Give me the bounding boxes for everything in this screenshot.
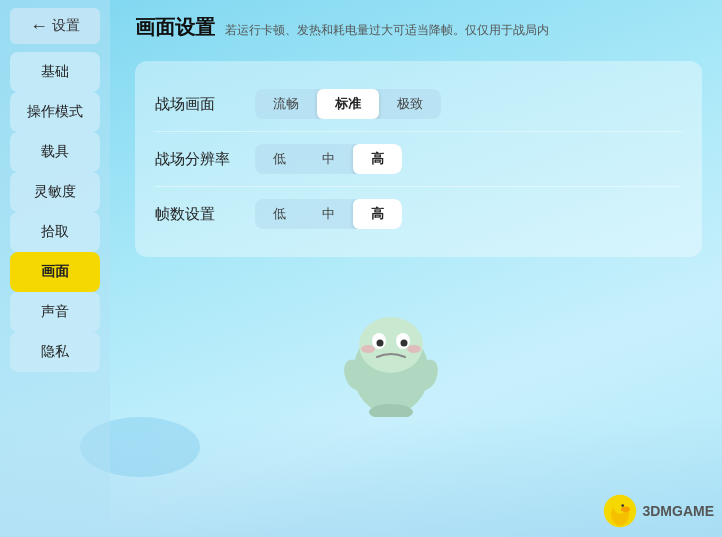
settings-title: 设置 [52, 17, 80, 35]
svg-point-14 [621, 507, 630, 512]
svg-point-15 [622, 504, 625, 507]
option-btn-frame_setting-0[interactable]: 低 [255, 199, 304, 229]
sidebar-item-sensitivity[interactable]: 灵敏度 [10, 172, 100, 212]
sidebar: ← 设置 基础操作模式载具灵敏度拾取画面声音隐私 [0, 0, 110, 537]
sidebar-item-privacy[interactable]: 隐私 [10, 332, 100, 372]
setting-row-battle_screen: 战场画面流畅标准极致 [155, 77, 682, 132]
sidebar-item-operation[interactable]: 操作模式 [10, 92, 100, 132]
svg-point-4 [377, 340, 384, 347]
svg-point-7 [407, 345, 421, 353]
option-group-battle_screen: 流畅标准极致 [255, 89, 441, 119]
setting-label-battle_resolution: 战场分辨率 [155, 150, 255, 169]
mascot-image [341, 307, 441, 407]
sidebar-item-vehicle[interactable]: 载具 [10, 132, 100, 172]
svg-point-5 [401, 340, 408, 347]
page-description: 若运行卡顿、发热和耗电量过大可适当降帧。仅仅用于战局内 [225, 22, 549, 39]
setting-label-battle_screen: 战场画面 [155, 95, 255, 114]
svg-point-6 [361, 345, 375, 353]
back-button[interactable]: ← 设置 [10, 8, 100, 44]
option-group-frame_setting: 低中高 [255, 199, 402, 229]
option-btn-battle_screen-0[interactable]: 流畅 [255, 89, 317, 119]
option-btn-battle_resolution-1[interactable]: 中 [304, 144, 353, 174]
sidebar-item-display[interactable]: 画面 [10, 252, 100, 292]
option-btn-battle_resolution-0[interactable]: 低 [255, 144, 304, 174]
watermark-text: 3DMGAME [642, 503, 714, 519]
sidebar-item-pickup[interactable]: 拾取 [10, 212, 100, 252]
watermark: 3DMGAME [602, 493, 714, 529]
setting-label-frame_setting: 帧数设置 [155, 205, 255, 224]
option-btn-frame_setting-2[interactable]: 高 [353, 199, 402, 229]
back-icon: ← [30, 16, 48, 37]
option-btn-battle_screen-1[interactable]: 标准 [317, 89, 379, 119]
option-btn-frame_setting-1[interactable]: 中 [304, 199, 353, 229]
option-btn-battle_resolution-2[interactable]: 高 [353, 144, 402, 174]
option-group-battle_resolution: 低中高 [255, 144, 402, 174]
setting-row-battle_resolution: 战场分辨率低中高 [155, 132, 682, 187]
page-header: 画面设置 若运行卡顿、发热和耗电量过大可适当降帧。仅仅用于战局内 [135, 14, 702, 41]
setting-row-frame_setting: 帧数设置低中高 [155, 187, 682, 241]
page-title: 画面设置 [135, 14, 215, 41]
sidebar-item-basics[interactable]: 基础 [10, 52, 100, 92]
sidebar-item-sound[interactable]: 声音 [10, 292, 100, 332]
option-btn-battle_screen-2[interactable]: 极致 [379, 89, 441, 119]
svg-point-1 [359, 317, 423, 373]
settings-section: 战场画面流畅标准极致战场分辨率低中高帧数设置低中高 [135, 61, 702, 257]
